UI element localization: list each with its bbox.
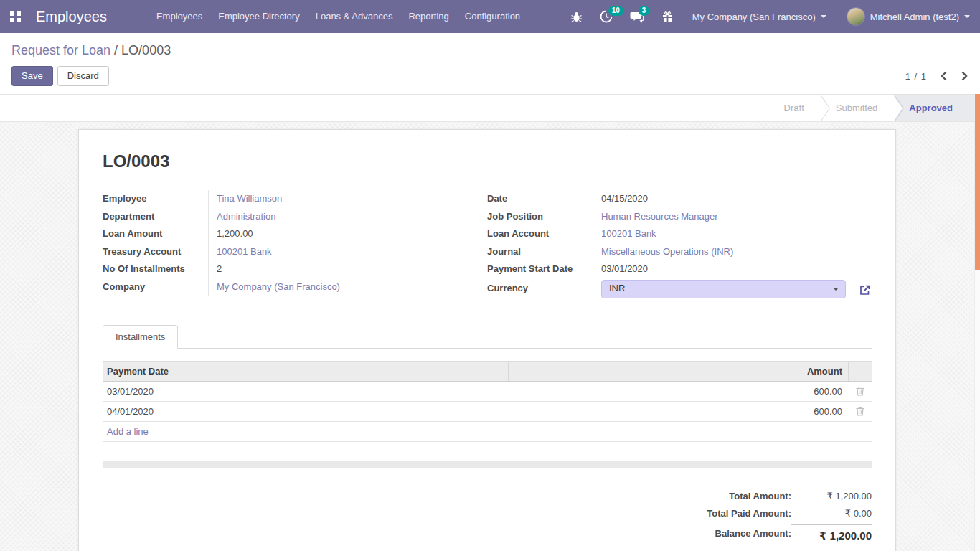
field-column-right: Date 04/15/2020 Job Position Human Resou… — [487, 190, 872, 304]
field-value-link[interactable]: Tina Williamson — [208, 190, 487, 208]
field-value-link[interactable]: Administration — [208, 208, 487, 226]
tab-bar: Installments — [103, 324, 872, 349]
currency-selected-value: INR — [609, 280, 625, 298]
horizontal-scrollbar[interactable] — [103, 461, 872, 468]
chevron-down-icon — [833, 288, 839, 291]
breadcrumb-current: LO/0003 — [121, 43, 171, 57]
field-value-link[interactable]: 100201 Bank — [208, 243, 487, 261]
pager: 1 / 1 — [905, 70, 969, 82]
cell-payment-date[interactable]: 04/01/2020 — [103, 402, 508, 421]
trash-icon — [856, 387, 864, 396]
field-currency: Currency INR — [487, 278, 872, 304]
menu-item-loans-advances[interactable]: Loans & Advances — [308, 0, 401, 33]
column-header-payment-date[interactable]: Payment Date — [103, 362, 508, 381]
menu-item-reporting[interactable]: Reporting — [400, 0, 456, 33]
form-statusbar: Draft Submitted Approved — [0, 94, 974, 122]
breadcrumb-parent-link[interactable]: Request for Loan — [11, 43, 110, 57]
field-department: Department Administration — [103, 208, 487, 226]
pager-next-button[interactable] — [961, 70, 969, 82]
menu-item-employee-directory[interactable]: Employee Directory — [210, 0, 307, 33]
balance-amount-row: Balance Amount: ₹ 1,200.00 — [715, 523, 872, 545]
field-label: Department — [103, 208, 208, 226]
field-value[interactable]: 04/15/2020 — [593, 190, 872, 208]
scrollbar-thumb[interactable] — [975, 94, 980, 270]
status-step-submitted[interactable]: Submitted — [820, 95, 894, 121]
top-menu: Employees Employee Directory Loans & Adv… — [149, 0, 528, 33]
external-link-button[interactable] — [858, 283, 872, 297]
delete-row-button[interactable] — [848, 382, 872, 401]
currency-select[interactable]: INR — [601, 280, 846, 298]
external-link-icon — [858, 283, 872, 297]
chevron-down-icon — [821, 15, 826, 18]
vertical-scrollbar[interactable] — [974, 94, 980, 551]
column-header-actions — [848, 362, 872, 381]
field-value-link[interactable]: 100201 Bank — [593, 225, 872, 243]
chevron-left-icon — [940, 70, 948, 82]
add-a-line-link[interactable]: Add a line — [107, 426, 149, 437]
chevron-down-icon — [964, 15, 970, 18]
gift-icon — [661, 11, 674, 23]
delete-row-button[interactable] — [848, 402, 872, 421]
field-company: Company My Company (San Francisco) — [103, 278, 487, 296]
pager-previous-button[interactable] — [940, 70, 948, 82]
total-value: ₹ 0.00 — [791, 505, 872, 523]
pager-value: 1 / 1 — [905, 71, 927, 82]
status-step-label: Approved — [909, 103, 953, 113]
apps-menu-button[interactable] — [0, 0, 30, 33]
totals-block: Total Amount: ₹ 1,200.00 Total Paid Amou… — [103, 488, 872, 545]
user-name: Mitchell Admin (test2) — [870, 11, 959, 22]
chevron-right-icon — [961, 70, 969, 82]
field-label: No Of Installments — [103, 260, 208, 278]
field-loan-account: Loan Account 100201 Bank — [487, 225, 872, 243]
activities-button[interactable]: 10 — [591, 0, 621, 33]
tab-installments[interactable]: Installments — [103, 325, 178, 349]
field-treasury-account: Treasury Account 100201 Bank — [103, 243, 487, 261]
field-loan-amount: Loan Amount 1,200.00 — [103, 225, 487, 243]
systray: 10 3 My Company (San Francisco) Mitchell… — [562, 0, 980, 33]
field-label: Payment Start Date — [487, 260, 593, 278]
field-label: Currency — [487, 280, 593, 298]
table-row[interactable]: 03/01/2020 600.00 — [103, 382, 872, 402]
field-value-link[interactable]: Human Resources Manager — [593, 208, 872, 226]
field-value[interactable]: 03/01/2020 — [593, 260, 872, 278]
field-grid: Employee Tina Williamson Department Admi… — [103, 190, 872, 304]
menu-item-configuration[interactable]: Configuration — [457, 0, 528, 33]
field-label: Loan Account — [487, 225, 593, 243]
company-name: My Company (San Francisco) — [692, 11, 816, 22]
add-line-row: Add a line — [103, 422, 872, 442]
breadcrumb-separator: / — [110, 43, 121, 57]
save-button[interactable]: Save — [11, 66, 53, 86]
total-value: ₹ 1,200.00 — [791, 488, 872, 506]
discard-button[interactable]: Discard — [57, 66, 109, 86]
status-step-draft[interactable]: Draft — [768, 95, 820, 121]
status-step-approved[interactable]: Approved — [893, 95, 974, 121]
messages-button[interactable]: 3 — [621, 0, 653, 33]
total-label: Total Paid Amount: — [707, 505, 791, 523]
cell-amount[interactable]: 600.00 — [508, 382, 848, 401]
breadcrumb: Request for Loan / LO/0003 — [11, 42, 969, 58]
table-header: Payment Date Amount — [103, 361, 872, 382]
cell-amount[interactable]: 600.00 — [508, 402, 848, 421]
cell-payment-date[interactable]: 03/01/2020 — [103, 382, 508, 401]
menu-item-employees[interactable]: Employees — [149, 0, 210, 33]
control-panel: Request for Loan / LO/0003 Save Discard … — [0, 33, 980, 94]
company-switcher[interactable]: My Company (San Francisco) — [682, 0, 837, 33]
field-label: Loan Amount — [103, 225, 208, 243]
field-payment-start-date: Payment Start Date 03/01/2020 — [487, 260, 872, 278]
field-label: Job Position — [487, 208, 593, 226]
field-value-link[interactable]: My Company (San Francisco) — [208, 278, 487, 296]
debug-bug-button[interactable] — [562, 0, 591, 33]
table-row[interactable]: 04/01/2020 600.00 — [103, 402, 872, 422]
field-label: Treasury Account — [103, 243, 208, 261]
record-title: LO/0003 — [103, 151, 872, 171]
field-value-link[interactable]: Miscellaneous Operations (INR) — [593, 243, 872, 261]
field-value[interactable]: 2 — [208, 260, 487, 278]
apps-grid-icon — [10, 11, 21, 22]
column-header-amount[interactable]: Amount — [508, 362, 848, 381]
form-sheet: LO/0003 Employee Tina Williamson Departm… — [78, 129, 896, 551]
field-label: Date — [487, 190, 593, 208]
field-value[interactable]: 1,200.00 — [208, 225, 487, 243]
app-brand-title[interactable]: Employees — [36, 9, 107, 25]
user-menu[interactable]: Mitchell Admin (test2) — [837, 0, 980, 33]
rewards-button[interactable] — [653, 0, 682, 33]
